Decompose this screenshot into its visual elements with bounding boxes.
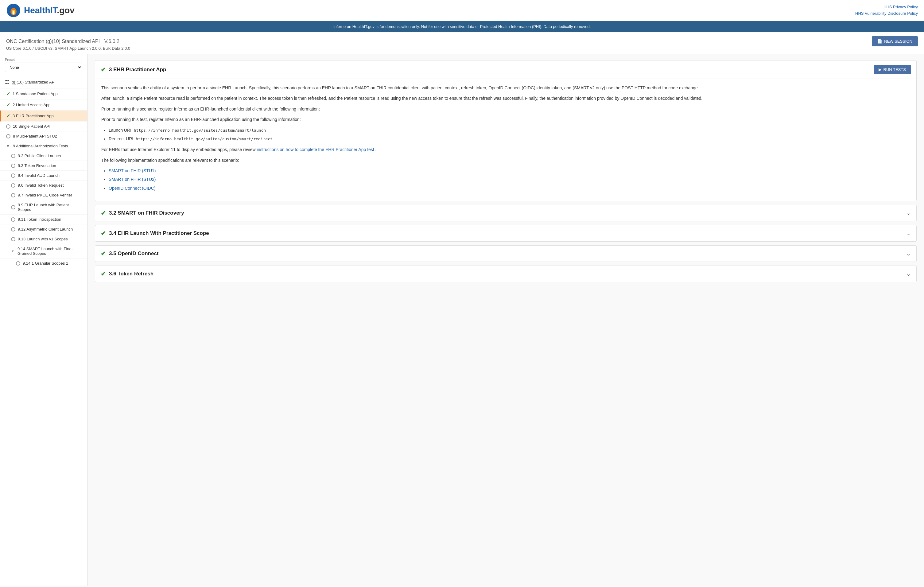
run-tests-button[interactable]: ▶ RUN TESTS [874, 65, 911, 74]
check-icon: ✔ [101, 250, 106, 257]
chevron-down-icon: ⌄ [906, 210, 911, 216]
ehr-note-text: For EHRs that use Internet Explorer 11 t… [101, 147, 256, 152]
empty-circle-icon [11, 218, 15, 222]
subsection-token-refresh: ✔ 3.6 Token Refresh ⌄ [95, 265, 917, 282]
svg-point-3 [13, 12, 15, 15]
sidebar-item-revocation[interactable]: 9.3 Token Revocation [0, 161, 87, 171]
grid-icon: ☷ [5, 79, 9, 85]
specs-intro: The following implementation specificati… [101, 157, 910, 164]
main-layout: Preset None ☷ (g)(10) Standardized API ✔… [0, 54, 924, 586]
sidebar-item-invalid-aud[interactable]: 9.4 Invalid AUD Launch [0, 171, 87, 181]
chevron-down-icon: ▼ [11, 249, 15, 253]
preset-area: Preset None [0, 54, 87, 76]
logo-area: HealthIT.gov [6, 3, 74, 18]
subsection-title: ✔ 3.2 SMART on FHIR Discovery [101, 209, 184, 217]
list-item: OpenID Connect (OIDC) [109, 185, 910, 191]
sidebar-item-ehr-launch[interactable]: 9.9 EHR Launch with Patient Scopes [0, 200, 87, 214]
list-item: Launch URI: https://inferno.healthit.gov… [109, 127, 910, 134]
subsection-title: ✔ 3.4 EHR Launch With Practitioner Scope [101, 230, 209, 237]
page-title-area: ONC Certification (g)(10) Standardized A… [0, 32, 924, 54]
uri-list: Launch URI: https://inferno.healthit.gov… [109, 127, 910, 143]
empty-circle-icon [11, 205, 15, 209]
check-icon: ✔ [6, 113, 10, 119]
chevron-down-icon: ▼ [6, 144, 10, 148]
play-icon: ▶ [879, 67, 882, 72]
footer: INFERNO BUILT WITH V.0.4.42 API Report I… [0, 586, 924, 587]
subsection-title: ✔ 3.6 Token Refresh [101, 270, 153, 277]
empty-circle-icon [6, 124, 10, 129]
sidebar-item-v1-scopes[interactable]: 9.13 Launch with v1 Scopes [0, 234, 87, 244]
empty-circle-icon [11, 164, 15, 168]
empty-circle-icon [11, 193, 15, 198]
main-content: ✔ 3 EHR Practitioner App ▶ RUN TESTS Thi… [87, 54, 924, 586]
list-item: Redirect URI: https://inferno.healthit.g… [109, 135, 910, 142]
check-icon: ✔ [101, 66, 106, 73]
list-item: SMART on FHIR (STU1) [109, 167, 910, 174]
empty-circle-icon [11, 237, 15, 241]
page-main-title: ONC Certification (g)(10) Standardized A… [6, 36, 130, 45]
empty-circle-icon [11, 154, 15, 158]
chevron-down-icon: ⌄ [906, 270, 911, 277]
sidebar-item-limited[interactable]: ✔ 2 Limited Access App [0, 99, 87, 110]
header-links: HHS Privacy Policy HHS Vulnerability Dis… [855, 4, 918, 17]
ehr-note-end: . [375, 147, 377, 152]
subsection-openid: ✔ 3.5 OpenID Connect ⌄ [95, 245, 917, 262]
sidebar-item-fine-grained[interactable]: ▼ 9.14 SMART Launch with Fine-Grained Sc… [0, 244, 87, 259]
check-icon: ✔ [6, 102, 10, 108]
logo-text: HealthIT.gov [24, 5, 74, 15]
sidebar-item-single[interactable]: 10 Single Patient API [0, 122, 87, 131]
hhs-privacy-link[interactable]: HHS Privacy Policy [855, 4, 918, 10]
smart-stu2-link[interactable]: SMART on FHIR (STU2) [109, 177, 156, 182]
oidc-link[interactable]: OpenID Connect (OIDC) [109, 186, 156, 191]
version-label: V.6.0.2 [104, 39, 119, 44]
sidebar-item-standalone[interactable]: ✔ 1 Standalone Patient App [0, 88, 87, 99]
sidebar-item-invalid-pkce[interactable]: 9.7 Invalid PKCE Code Verifier [0, 190, 87, 200]
sidebar-item-multi[interactable]: 8 Multi-Patient API STU2 [0, 131, 87, 141]
empty-circle-icon [6, 134, 10, 139]
chevron-down-icon: ⌄ [906, 230, 911, 237]
subsection-ehr-launch: ✔ 3.4 EHR Launch With Practitioner Scope… [95, 225, 917, 242]
sidebar-item-granular1[interactable]: 9.14.1 Granular Scopes 1 [0, 259, 87, 268]
info-banner: Inferno on HealthIT.gov is for demonstra… [0, 21, 924, 32]
sidebar-item-additional[interactable]: ▼ 9 Additional Authorization Tests [0, 141, 87, 151]
subsection-ehr-launch-header[interactable]: ✔ 3.4 EHR Launch With Practitioner Scope… [95, 225, 916, 241]
top-header: HealthIT.gov HHS Privacy Policy HHS Vuln… [0, 0, 924, 21]
subsection-smart-discovery-header[interactable]: ✔ 3.2 SMART on FHIR Discovery ⌄ [95, 205, 916, 221]
hhs-vulnerability-link[interactable]: HHS Vulnerability Disclosure Policy [855, 10, 918, 17]
sidebar-item-invalid-token[interactable]: 9.6 Invalid Token Request [0, 181, 87, 190]
subsection-smart-discovery: ✔ 3.2 SMART on FHIR Discovery ⌄ [95, 205, 917, 221]
ehr-instructions-link[interactable]: instructions on how to complete the EHR … [257, 147, 374, 152]
sidebar: Preset None ☷ (g)(10) Standardized API ✔… [0, 54, 87, 586]
check-icon: ✔ [101, 270, 106, 277]
sidebar-item-public[interactable]: 9.2 Public Client Launch [0, 151, 87, 161]
main-card-header: ✔ 3 EHR Practitioner App ▶ RUN TESTS [95, 61, 916, 79]
chevron-down-icon: ⌄ [906, 250, 911, 257]
check-icon: ✔ [101, 230, 106, 237]
check-icon: ✔ [101, 209, 106, 217]
sidebar-item-asymmetric[interactable]: 9.12 Asymmetric Client Launch [0, 224, 87, 234]
subsection-title: ✔ 3.5 OpenID Connect [101, 250, 159, 257]
preset-label: Preset [5, 58, 82, 61]
spec-links-list: SMART on FHIR (STU1) SMART on FHIR (STU2… [109, 167, 910, 191]
check-icon: ✔ [6, 91, 10, 97]
empty-circle-icon [11, 173, 15, 178]
main-section-card: ✔ 3 EHR Practitioner App ▶ RUN TESTS Thi… [95, 60, 917, 201]
sidebar-item-introspection[interactable]: 9.11 Token Introspection [0, 214, 87, 224]
sidebar-item-standardized-api[interactable]: ☷ (g)(10) Standardized API [0, 76, 87, 88]
subsection-token-refresh-header[interactable]: ✔ 3.6 Token Refresh ⌄ [95, 266, 916, 282]
list-item: SMART on FHIR (STU2) [109, 176, 910, 183]
new-session-button[interactable]: 📄 NEW SESSION [872, 36, 918, 46]
empty-circle-icon [11, 227, 15, 231]
preset-select[interactable]: None [5, 63, 82, 72]
main-card-body: This scenario verifies the ability of a … [95, 79, 916, 201]
main-card-title: ✔ 3 EHR Practitioner App [101, 66, 166, 73]
smart-stu1-link[interactable]: SMART on FHIR (STU1) [109, 168, 156, 173]
page-subtitle: US Core 6.1.0 / USCDI v3, SMART App Laun… [6, 46, 130, 51]
subsection-openid-header[interactable]: ✔ 3.5 OpenID Connect ⌄ [95, 246, 916, 262]
empty-circle-icon [11, 183, 15, 188]
sidebar-item-ehr[interactable]: ✔ 3 EHR Practitioner App [0, 110, 87, 122]
healthit-logo-icon [6, 3, 21, 18]
empty-circle-icon [16, 261, 20, 265]
document-icon: 📄 [877, 39, 882, 44]
page-title-block: ONC Certification (g)(10) Standardized A… [6, 36, 130, 51]
